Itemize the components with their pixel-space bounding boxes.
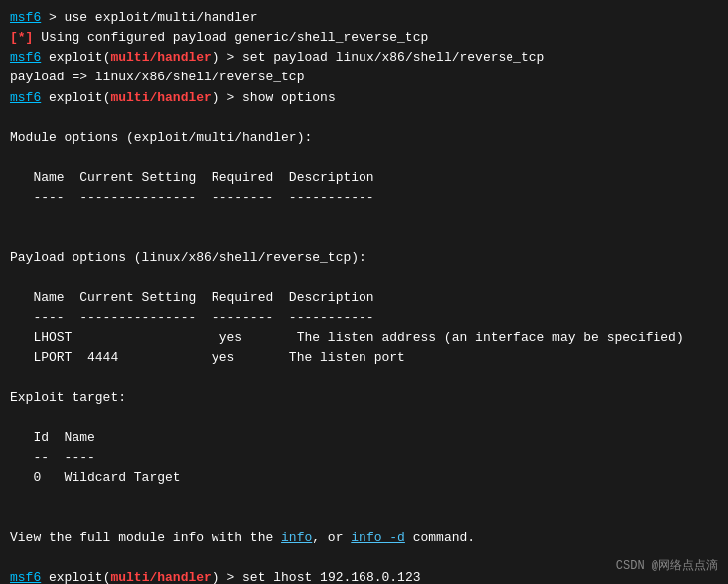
star-bracket-1: [*] <box>10 30 33 45</box>
line-11 <box>10 208 718 227</box>
info-1: Using configured payload generic/shell_r… <box>33 30 428 45</box>
line-19 <box>10 368 718 388</box>
line-12 <box>10 228 718 248</box>
line-8 <box>10 148 718 168</box>
line-5: msf6 exploit(multi/handler) > show optio… <box>10 88 718 108</box>
line-13: Payload options (linux/x86/shell/reverse… <box>10 248 718 268</box>
lport-row: LPORT 4444 yes The listen port <box>10 348 718 367</box>
line-1: msf6 > use exploit/multi/handler <box>10 8 718 28</box>
info-link[interactable]: info <box>281 530 312 545</box>
line-14 <box>10 268 718 288</box>
exploit-target-header: Id Name <box>10 428 718 448</box>
line-25 <box>10 488 718 508</box>
terminal: msf6 > use exploit/multi/handler [*] Usi… <box>0 0 728 584</box>
line-20: Exploit target: <box>10 388 718 408</box>
msf6-prompt-1: msf6 <box>10 10 41 25</box>
line-21 <box>10 408 718 428</box>
msf6-prompt-2: msf6 <box>10 50 41 65</box>
module-options-header: Name Current Setting Required Descriptio… <box>10 168 718 188</box>
exploit-target-row: 0 Wildcard Target <box>10 468 718 488</box>
line-29: msf6 exploit(multi/handler) > set lhost … <box>10 568 718 584</box>
cmd-1: > use exploit/multi/handler <box>41 10 257 25</box>
line-7: Module options (exploit/multi/handler): <box>10 128 718 148</box>
info-d-link[interactable]: info -d <box>351 530 405 545</box>
line-2: [*] Using configured payload generic/she… <box>10 28 718 48</box>
payload-options-sep: ---- --------------- -------- ----------… <box>10 308 718 328</box>
line-28 <box>10 548 718 568</box>
line-3: msf6 exploit(multi/handler) > set payloa… <box>10 48 718 68</box>
module-options-sep: ---- --------------- -------- ----------… <box>10 188 718 208</box>
msf6-prompt-4: msf6 <box>10 570 41 584</box>
line-27: View the full module info with the info,… <box>10 528 718 548</box>
lhost-row: LHOST yes The listen address (an interfa… <box>10 328 718 348</box>
line-26 <box>10 509 718 528</box>
line-6 <box>10 108 718 128</box>
line-4: payload => linux/x86/shell/reverse_tcp <box>10 68 718 87</box>
msf6-prompt-3: msf6 <box>10 90 41 105</box>
payload-options-header: Name Current Setting Required Descriptio… <box>10 288 718 308</box>
exploit-target-sep: -- ---- <box>10 448 718 468</box>
watermark: CSDN @网络点点滴 <box>616 557 718 574</box>
